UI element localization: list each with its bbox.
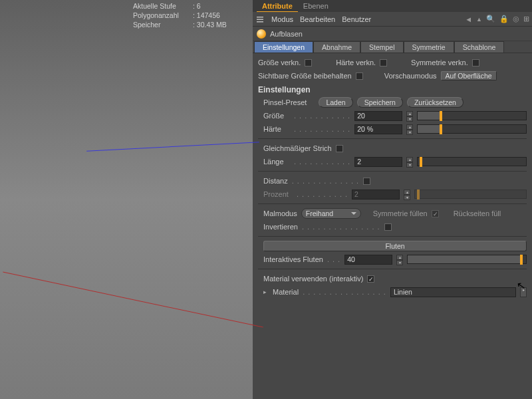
- input-haerte[interactable]: 20 %: [354, 124, 402, 134]
- svg-rect-2: [257, 21, 263, 23]
- chk-symmetrie-verkn[interactable]: [472, 59, 479, 66]
- label-symmetrie-fuellen: Symmetrie füllen: [373, 209, 428, 217]
- label-distanz: Distanz: [263, 177, 288, 185]
- label-haerte-verkn: Härte verkn.: [336, 59, 376, 66]
- tool-name: Aufblasen: [270, 30, 303, 38]
- chk-haerte-verkn[interactable]: [380, 59, 387, 66]
- input-laenge[interactable]: 2: [354, 157, 402, 167]
- search-icon[interactable]: 🔍: [486, 15, 495, 23]
- label-invertieren: Invertieren: [263, 223, 298, 231]
- subtab-stempel[interactable]: Stempel: [360, 41, 404, 53]
- label-laenge: Länge: [263, 158, 290, 166]
- viewport-3d[interactable]: Aktuelle Stufe: 6 Polygonanzahl: 147456 …: [0, 0, 253, 399]
- dropdown-malmodus[interactable]: Freihand: [301, 208, 361, 219]
- axis-z: [86, 142, 259, 152]
- label-prozent: Prozent: [263, 190, 293, 198]
- slider-interaktives-fluten[interactable]: [407, 255, 527, 264]
- spinner-laenge[interactable]: ▴▾: [406, 157, 413, 167]
- attribute-panel: Attribute Ebenen Modus Bearbeiten Benutz…: [253, 0, 532, 399]
- section-einstellungen: Einstellungen: [258, 85, 527, 94]
- input-groesse[interactable]: 20: [354, 111, 402, 121]
- menu-benutzer[interactable]: Benutzer: [342, 15, 371, 23]
- label-sichtbar: Sichtbare Größe beibehalten: [258, 72, 352, 80]
- menu-bearbeiten[interactable]: Bearbeiten: [300, 15, 335, 23]
- viewport-stats: Aktuelle Stufe: 6 Polygonanzahl: 147456 …: [133, 1, 227, 29]
- inflate-tool-icon: [257, 29, 266, 39]
- label-vorschau: Vorschaumodus: [384, 72, 437, 80]
- nav-up-icon[interactable]: ▲: [476, 16, 482, 23]
- spinner-prozent: ▴▾: [404, 190, 410, 200]
- label-symmetrie-verkn: Symmetrie verkn.: [411, 59, 468, 66]
- label-interaktives-fluten: Interaktives Fluten: [263, 255, 323, 263]
- menu-icon[interactable]: [255, 15, 265, 24]
- chk-sichtbar[interactable]: [356, 72, 363, 80]
- tool-subtabs: Einstellungen Abnahme Stempel Symmetrie …: [253, 41, 532, 53]
- slider-laenge[interactable]: [417, 157, 527, 166]
- field-material[interactable]: Linien: [390, 287, 516, 297]
- label-groesse-verkn: Größe verkn.: [258, 59, 301, 66]
- spinner-groesse[interactable]: ▴▾: [406, 111, 413, 121]
- subtab-schablone[interactable]: Schablone: [454, 41, 505, 53]
- lock-icon[interactable]: 🔒: [499, 15, 509, 23]
- target-icon[interactable]: ◎: [513, 15, 519, 23]
- spinner-interaktives-fluten[interactable]: ▴▾: [396, 255, 403, 265]
- panel-tab-bar: Attribute Ebenen: [253, 0, 532, 12]
- spinner-haerte[interactable]: ▴▾: [406, 124, 413, 134]
- label-haerte: Härte: [263, 125, 290, 133]
- chk-gleichmaessiger[interactable]: [336, 145, 343, 152]
- chk-groesse-verkn[interactable]: [305, 59, 312, 66]
- btn-speichern[interactable]: Speichern: [357, 97, 403, 108]
- chk-distanz[interactable]: [363, 178, 370, 185]
- expand-material-icon[interactable]: ▸: [263, 289, 267, 295]
- input-prozent: 2: [352, 190, 400, 200]
- slider-groesse[interactable]: [417, 111, 527, 120]
- subtab-einstellungen[interactable]: Einstellungen: [254, 41, 313, 53]
- label-groesse: Größe: [263, 112, 290, 120]
- material-picker-icon[interactable]: ▸: [520, 287, 527, 297]
- svg-rect-0: [257, 17, 263, 18]
- chk-invertieren[interactable]: [384, 223, 392, 231]
- slider-haerte[interactable]: [417, 124, 527, 134]
- input-interaktives-fluten[interactable]: 40: [344, 255, 392, 265]
- label-pinsel-preset: Pinsel-Preset: [263, 98, 307, 106]
- plus-icon[interactable]: ⊞: [523, 15, 529, 23]
- label-malmodus: Malmodus: [263, 209, 297, 217]
- subtab-symmetrie[interactable]: Symmetrie: [404, 41, 454, 53]
- panel-menubar: Modus Bearbeiten Benutzer ◄ ▲ 🔍 🔒 ◎ ⊞: [253, 12, 532, 27]
- subtab-abnahme[interactable]: Abnahme: [313, 41, 360, 53]
- nav-back-icon[interactable]: ◄: [465, 15, 472, 23]
- label-gleichmaessiger: Gleichmäßiger Strich: [263, 144, 332, 152]
- btn-zuruecksetzen[interactable]: Zurücksetzen: [407, 97, 464, 108]
- chk-material-verwenden[interactable]: [367, 275, 374, 283]
- slider-prozent: [414, 190, 527, 199]
- tab-attribute[interactable]: Attribute: [257, 1, 298, 12]
- btn-laden[interactable]: Laden: [319, 97, 352, 108]
- label-rueckseiten: Rückseiten füll: [454, 209, 501, 217]
- tab-ebenen[interactable]: Ebenen: [298, 1, 334, 11]
- label-material-verwenden: Material verwenden (interaktiv): [263, 275, 363, 283]
- tool-header: Aufblasen: [253, 27, 532, 41]
- menu-modus[interactable]: Modus: [271, 15, 293, 23]
- settings-body: Größe verkn. Härte verkn. Symmetrie verk…: [253, 53, 532, 399]
- chk-symmetrie-fuellen[interactable]: [432, 210, 439, 217]
- label-material: Material: [273, 288, 299, 296]
- btn-fluten[interactable]: Fluten: [263, 241, 527, 251]
- axis-x: [3, 271, 263, 327]
- btn-auf-oberflaeche[interactable]: Auf Oberfläche: [441, 71, 497, 80]
- svg-rect-1: [257, 19, 263, 20]
